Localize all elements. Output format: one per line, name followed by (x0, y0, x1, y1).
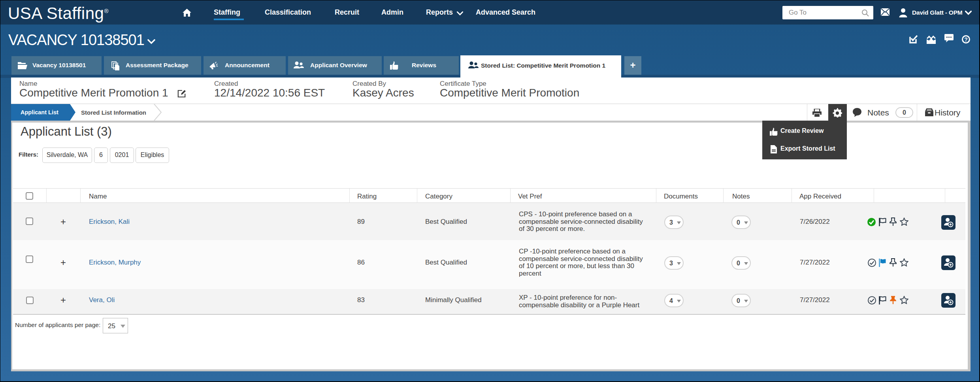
svg-text:?: ? (964, 36, 968, 43)
